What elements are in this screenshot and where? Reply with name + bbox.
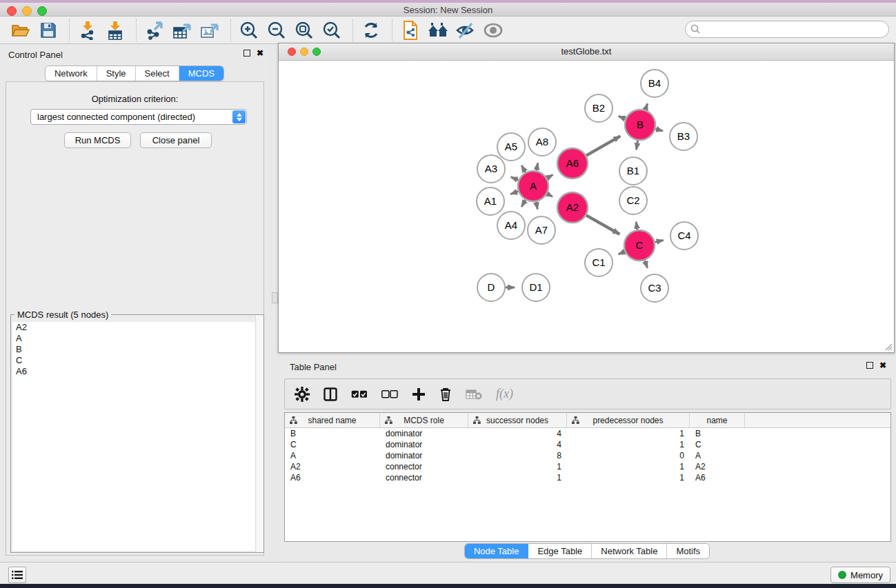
edge-A-A3[interactable]: [511, 177, 519, 181]
tab-mcds[interactable]: MCDS: [179, 66, 223, 81]
zoom-fit-button[interactable]: [292, 19, 317, 41]
graph-node-B3[interactable]: B3: [670, 123, 697, 150]
edge-A6-B[interactable]: [586, 136, 620, 155]
tab-style[interactable]: Style: [97, 66, 136, 81]
zoom-selected-button[interactable]: [319, 19, 344, 41]
edge-B-B3[interactable]: [655, 129, 663, 131]
graph-node-C2[interactable]: C2: [619, 187, 647, 214]
table-row[interactable]: Bdominator41B: [285, 428, 890, 439]
search-input[interactable]: [685, 21, 889, 38]
column-header-shared-name[interactable]: shared name: [285, 413, 380, 427]
tab-network-table[interactable]: Network Table: [592, 544, 667, 558]
edge-C-C4[interactable]: [655, 241, 663, 243]
select-all-columns-button[interactable]: [351, 384, 368, 405]
show-hide-button[interactable]: [481, 19, 506, 41]
table-row[interactable]: Cdominator41C: [285, 439, 890, 450]
edge-C-C2[interactable]: [636, 222, 637, 230]
edge-A-A2[interactable]: [547, 194, 552, 196]
edge-B-B4[interactable]: [646, 103, 648, 110]
edge-A2-C[interactable]: [586, 215, 619, 234]
function-builder-button[interactable]: f(x): [496, 384, 513, 405]
graph-node-B[interactable]: B: [625, 110, 655, 140]
network-graph[interactable]: AA1A2A3A4A5A6A7A8BB1B2B3B4CC1C2C3C4DD1: [279, 61, 894, 352]
tab-motifs[interactable]: Motifs: [667, 544, 709, 558]
export-table-button[interactable]: [170, 19, 195, 41]
tab-node-table[interactable]: Node Table: [465, 544, 529, 558]
result-item[interactable]: C: [12, 355, 262, 366]
graph-node-A3[interactable]: A3: [477, 155, 505, 183]
delete-column-button[interactable]: [439, 384, 452, 405]
edge-C-C1[interactable]: [619, 252, 625, 254]
memory-button[interactable]: Memory: [830, 567, 890, 583]
network-canvas[interactable]: AA1A2A3A4A5A6A7A8BB1B2B3B4CC1C2C3C4DD1: [279, 61, 894, 352]
graph-node-C1[interactable]: C1: [585, 249, 613, 276]
graph-node-C4[interactable]: C4: [670, 222, 698, 250]
column-header-MCDS-role[interactable]: MCDS role: [380, 413, 468, 427]
create-column-button[interactable]: [412, 384, 426, 405]
tab-select[interactable]: Select: [136, 66, 179, 81]
zoom-out-button[interactable]: [264, 19, 289, 41]
edge-A-A5[interactable]: [521, 165, 526, 172]
graph-node-D1[interactable]: D1: [522, 274, 550, 301]
app-titlebar[interactable]: Session: New Session: [0, 3, 896, 17]
graph-node-A2[interactable]: A2: [557, 192, 588, 223]
edge-B-B2[interactable]: [619, 116, 626, 119]
tab-edge-table[interactable]: Edge Table: [528, 544, 592, 558]
graph-node-A8[interactable]: A8: [528, 128, 556, 156]
graph-node-A1[interactable]: A1: [477, 187, 504, 215]
table-row[interactable]: A6connector11A6: [285, 472, 890, 483]
duplicate-network-button[interactable]: [398, 19, 423, 41]
criterion-dropdown[interactable]: largest connected component (directed): [30, 109, 247, 125]
refresh-layout-button[interactable]: [359, 19, 384, 41]
home-button[interactable]: [426, 19, 450, 41]
graph-node-B1[interactable]: B1: [619, 157, 647, 185]
close-panel-icon[interactable]: ✖: [257, 50, 263, 57]
graph-node-A7[interactable]: A7: [528, 216, 555, 244]
graph-node-C3[interactable]: C3: [641, 274, 668, 302]
export-network-button[interactable]: [142, 19, 167, 41]
task-history-button[interactable]: [8, 567, 26, 583]
tab-network[interactable]: Network: [46, 66, 97, 81]
delete-table-button[interactable]: [466, 384, 482, 405]
graph-node-C[interactable]: C: [624, 230, 655, 261]
open-session-button[interactable]: [8, 19, 33, 41]
edge-C-C3[interactable]: [645, 261, 648, 268]
result-scrollbar[interactable]: [255, 315, 263, 552]
edge-A-A1[interactable]: [510, 192, 518, 194]
edge-A-A4[interactable]: [521, 200, 526, 207]
import-network-button[interactable]: [75, 19, 100, 41]
edge-A-A7[interactable]: [536, 202, 537, 210]
table-settings-button[interactable]: [295, 384, 310, 405]
edge-A-A6[interactable]: [547, 175, 553, 179]
edge-A-A8[interactable]: [537, 163, 538, 170]
column-header-successor-nodes[interactable]: successor nodes: [468, 413, 567, 427]
resize-grip-icon[interactable]: [883, 341, 893, 351]
import-table-button[interactable]: [103, 19, 128, 41]
result-item[interactable]: A6: [12, 366, 262, 377]
result-item[interactable]: A2: [12, 322, 262, 333]
graph-node-D[interactable]: D: [477, 274, 505, 301]
split-pane-handle[interactable]: [272, 292, 278, 303]
column-header-name[interactable]: name: [690, 413, 745, 427]
float-panel-icon[interactable]: [866, 362, 873, 369]
close-panel-icon[interactable]: ✖: [879, 362, 886, 369]
graph-node-A4[interactable]: A4: [497, 212, 525, 239]
table-row[interactable]: A2connector11A2: [285, 461, 890, 472]
network-window-titlebar[interactable]: testGlobe.txt: [279, 43, 894, 61]
export-image-button[interactable]: [197, 19, 222, 41]
graph-node-A5[interactable]: A5: [497, 133, 525, 161]
save-session-button[interactable]: [36, 19, 61, 41]
result-item[interactable]: B: [12, 344, 262, 355]
column-layout-button[interactable]: [323, 384, 337, 405]
table-row[interactable]: Adominator80A: [285, 450, 890, 461]
graph-node-B2[interactable]: B2: [585, 94, 613, 122]
graph-node-A6[interactable]: A6: [557, 148, 588, 179]
toggle-graphics-details-button[interactable]: [453, 19, 478, 41]
deselect-all-columns-button[interactable]: [381, 384, 398, 405]
graph-node-B4[interactable]: B4: [641, 70, 668, 97]
edge-B-B1[interactable]: [637, 141, 638, 150]
mcds-result-list[interactable]: A2ABCA6: [12, 322, 262, 551]
run-mcds-button[interactable]: Run MCDS: [64, 132, 131, 148]
graph-node-A[interactable]: A: [518, 171, 548, 201]
zoom-in-button[interactable]: [237, 19, 261, 41]
